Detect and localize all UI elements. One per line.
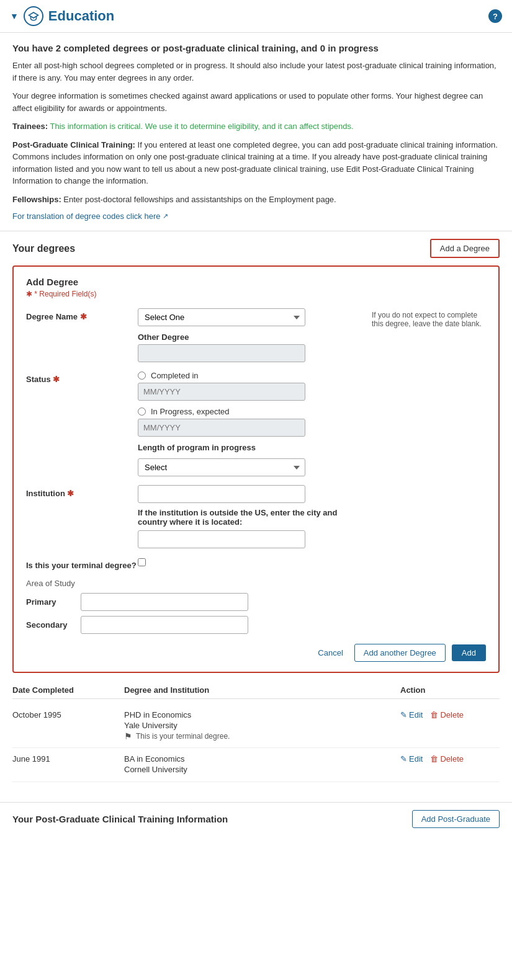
other-degree-input[interactable] — [138, 344, 305, 362]
add-degree-form: Add Degree ✱ * Required Field(s) Degree … — [12, 265, 500, 673]
degree-info-1: BA in Economics Cornell University — [124, 754, 400, 775]
degree-name-0: PHD in Economics — [124, 710, 400, 719]
degree-name-1: BA in Economics — [124, 754, 400, 764]
secondary-area-input[interactable] — [81, 616, 248, 634]
add-post-grad-button[interactable]: Add Post-Graduate — [412, 810, 500, 828]
chevron-icon[interactable]: ▼ — [10, 11, 19, 21]
edit-link-1[interactable]: ✎ Edit — [400, 754, 423, 764]
fellowships-label: Fellowships: — [12, 195, 61, 204]
terminal-flag-icon: ⚑ — [124, 731, 132, 741]
post-grad-title: Your Post-Graduate Clinical Training Inf… — [12, 814, 228, 824]
degrees-section: Your degrees Add a Degree Add Degree ✱ *… — [0, 231, 512, 802]
trainees-label: Trainees: — [12, 122, 48, 131]
in-progress-radio-item: In Progress, expected — [138, 407, 362, 416]
add-degree-button[interactable]: Add a Degree — [430, 239, 500, 258]
in-progress-label[interactable]: In Progress, expected — [151, 407, 229, 416]
institution-name-1: Cornell University — [124, 765, 400, 774]
status-controls: Completed in In Progress, expected Lengt… — [138, 371, 362, 476]
delete-link-0[interactable]: 🗑 Delete — [430, 710, 464, 719]
trainees-text: This information is critical. We use it … — [50, 122, 353, 131]
add-button[interactable]: Add — [452, 644, 486, 661]
add-another-degree-button[interactable]: Add another Degree — [354, 644, 446, 662]
translation-link-text: For translation of degree codes click he… — [12, 212, 160, 221]
edit-link-0[interactable]: ✎ Edit — [400, 710, 423, 719]
required-note: ✱ * Required Field(s) — [26, 290, 486, 298]
info-section: You have 2 completed degrees or post-gra… — [0, 33, 512, 231]
cancel-button[interactable]: Cancel — [313, 644, 348, 661]
length-label: Length of program in progress — [138, 443, 362, 452]
postgrad-label: Post-Graduate Clinical Training: — [12, 140, 135, 149]
required-star-name: ✱ — [80, 312, 87, 321]
completed-radio-item: Completed in — [138, 371, 362, 380]
length-select[interactable]: Select — [138, 458, 305, 476]
other-degree-label: Other Degree — [138, 332, 362, 342]
degree-info-0: PHD in Economics Yale University ⚑ This … — [124, 710, 400, 741]
institution-label: Institution ✱ — [26, 485, 138, 498]
in-progress-radio[interactable] — [138, 408, 146, 416]
area-of-study-section: Area of Study Primary Secondary — [26, 579, 486, 634]
translation-link[interactable]: For translation of degree codes click he… — [12, 212, 168, 221]
degree-name-select[interactable]: Select One — [138, 308, 305, 326]
secondary-label: Secondary — [26, 620, 76, 630]
status-row: Status ✱ Completed in In Progress, expec… — [26, 371, 486, 476]
terminal-checkbox[interactable] — [138, 558, 146, 566]
degree-date-1: June 1991 — [12, 754, 124, 764]
in-progress-date-input[interactable] — [138, 419, 305, 437]
edit-icon-1: ✎ — [400, 754, 407, 764]
table-row: October 1995 PHD in Economics Yale Unive… — [12, 704, 500, 748]
header-left: ▼ Education — [10, 6, 114, 26]
degrees-header: Your degrees Add a Degree — [12, 239, 500, 258]
info-para2: Your degree information is sometimes che… — [12, 90, 500, 114]
page-header: ▼ Education ? — [0, 0, 512, 33]
col-action-header: Action — [400, 685, 500, 695]
institution-input[interactable] — [138, 485, 305, 503]
area-of-study-title: Area of Study — [26, 579, 486, 588]
col-degree-header: Degree and Institution — [124, 685, 400, 695]
fellowships-info: Fellowships: Enter post-doctoral fellows… — [12, 194, 500, 206]
primary-area-input[interactable] — [81, 593, 248, 611]
degrees-table: Date Completed Degree and Institution Ac… — [12, 685, 500, 782]
degree-name-label: Degree Name ✱ — [26, 308, 138, 321]
radio-group: Completed in In Progress, expected — [138, 371, 362, 437]
external-link-icon: ↗ — [163, 212, 168, 220]
terminal-hint — [362, 557, 486, 559]
postgrad-info: Post-Graduate Clinical Training: If you … — [12, 139, 500, 187]
institution-controls: If the institution is outside the US, en… — [138, 485, 362, 548]
fellowships-text: Enter post-doctoral fellowships and assi… — [63, 195, 336, 204]
post-grad-section: Your Post-Graduate Clinical Training Inf… — [0, 802, 512, 835]
education-icon — [24, 6, 43, 26]
completed-radio[interactable] — [138, 372, 146, 380]
in-progress-date-wrap — [138, 419, 362, 437]
help-icon[interactable]: ? — [488, 9, 502, 23]
secondary-area-row: Secondary — [26, 616, 486, 634]
primary-label: Primary — [26, 597, 76, 607]
degree-name-controls: Select One Other Degree — [138, 308, 362, 362]
completed-label[interactable]: Completed in — [151, 371, 199, 380]
table-row: June 1991 BA in Economics Cornell Univer… — [12, 748, 500, 782]
degree-hint: If you do not expect to complete this de… — [362, 308, 486, 328]
delete-link-1[interactable]: 🗑 Delete — [430, 754, 464, 764]
status-hint — [362, 371, 486, 373]
required-text: * Required Field(s) — [34, 290, 96, 298]
required-star-status: ✱ — [53, 375, 60, 384]
status-label: Status ✱ — [26, 371, 138, 384]
trash-icon-0: 🗑 — [430, 710, 438, 719]
edit-icon-0: ✎ — [400, 710, 407, 719]
terminal-checkbox-row — [138, 557, 362, 566]
terminal-badge-0: ⚑ This is your terminal degree. — [124, 731, 400, 741]
degree-actions-1: ✎ Edit 🗑 Delete — [400, 754, 500, 764]
terminal-degree-label: Is this your terminal degree? — [26, 557, 138, 570]
institution-city-country-input[interactable] — [138, 530, 305, 548]
degrees-table-header: Date Completed Degree and Institution Ac… — [12, 685, 500, 699]
degree-name-row: Degree Name ✱ Select One Other Degree If… — [26, 308, 486, 362]
completed-date-wrap — [138, 383, 362, 401]
completed-date-input[interactable] — [138, 383, 305, 401]
institution-hint: If the institution is outside the US, en… — [138, 508, 362, 527]
form-title: Add Degree — [26, 277, 486, 287]
terminal-degree-controls — [138, 557, 362, 566]
terminal-degree-row: Is this your terminal degree? — [26, 557, 486, 570]
form-buttons: Cancel Add another Degree Add — [26, 644, 486, 662]
required-star: ✱ — [26, 290, 32, 298]
trainees-info: Trainees: This information is critical. … — [12, 120, 500, 133]
info-para1: Enter all post-high school degrees compl… — [12, 60, 500, 84]
